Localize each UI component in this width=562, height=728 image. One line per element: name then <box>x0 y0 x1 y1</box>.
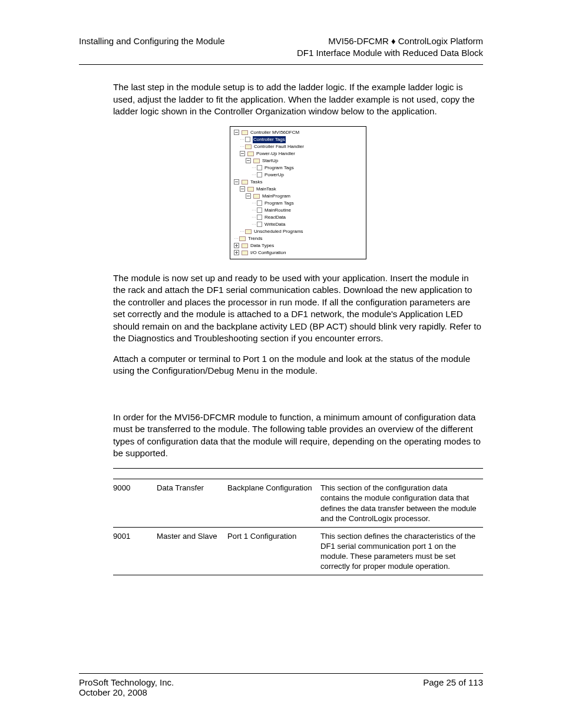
table-cell: Master and Slave <box>157 527 227 575</box>
header-right: MVI56-DFCMR ♦ ControlLogix Platform DF1 … <box>297 35 483 58</box>
tree-item: ⋯Controller Fault Handler <box>234 143 362 150</box>
table-cell: This section defines the characteristics… <box>320 527 483 575</box>
tree-item: Data Types <box>234 242 362 249</box>
tree-item: I/O Configuration <box>234 249 362 256</box>
tree-item: Controller MVI56DFCM <box>234 129 362 136</box>
table-cell: 9000 <box>113 479 157 528</box>
table-cell: Data Transfer <box>157 479 227 528</box>
paragraph-2: The module is now set up and ready to be… <box>113 272 483 345</box>
tree-item: StartUp <box>234 157 362 164</box>
footer-rule <box>79 673 483 674</box>
tree-item: ⋯MainRoutine <box>234 207 362 214</box>
footer-page-number: Page 25 of 113 <box>423 677 483 697</box>
table-cell: This section of the configuration data c… <box>320 479 483 528</box>
tree-item: ⋯ReadData <box>234 214 362 221</box>
tree-item: ⋯Program Tags <box>234 164 362 172</box>
paragraph-3: Attach a computer or terminal to Port 1 … <box>113 353 483 377</box>
tree-item: Tasks <box>234 179 362 186</box>
footer-company: ProSoft Technology, Inc. <box>79 677 174 687</box>
tree-item: ⋯Trends <box>234 235 362 242</box>
header-rule <box>79 64 483 65</box>
page-header: Installing and Configuring the Module MV… <box>79 35 483 64</box>
controller-organization-tree: Controller MVI56DFCM ⋯Controller Tags ⋯C… <box>230 126 366 259</box>
tree-item: MainProgram <box>234 193 362 200</box>
table-cell: Port 1 Configuration <box>227 527 320 575</box>
tree-item: ⋯Unscheduled Programs <box>234 228 362 235</box>
table-cell: 9001 <box>113 527 157 575</box>
header-left: Installing and Configuring the Module <box>79 35 225 58</box>
tree-item: ⋯Program Tags <box>234 200 362 207</box>
tree-item: ⋯PowerUp <box>234 172 362 179</box>
footer-date: October 20, 2008 <box>79 687 174 697</box>
tree-item: ⋯WriteData <box>234 221 362 228</box>
tree-item: Power-Up Handler <box>234 150 362 157</box>
paragraph-1: The last step in the module setup is to … <box>113 81 483 118</box>
paragraph-4: In order for the MVI56-DFCMR module to f… <box>113 411 483 460</box>
tree-item: MainTask <box>234 186 362 193</box>
config-table: 9000 Data Transfer Backplane Configurati… <box>113 468 483 576</box>
page-footer: ProSoft Technology, Inc. October 20, 200… <box>79 664 483 697</box>
tree-item: ⋯Controller Tags <box>234 136 362 143</box>
table-cell: Backplane Configuration <box>227 479 320 528</box>
